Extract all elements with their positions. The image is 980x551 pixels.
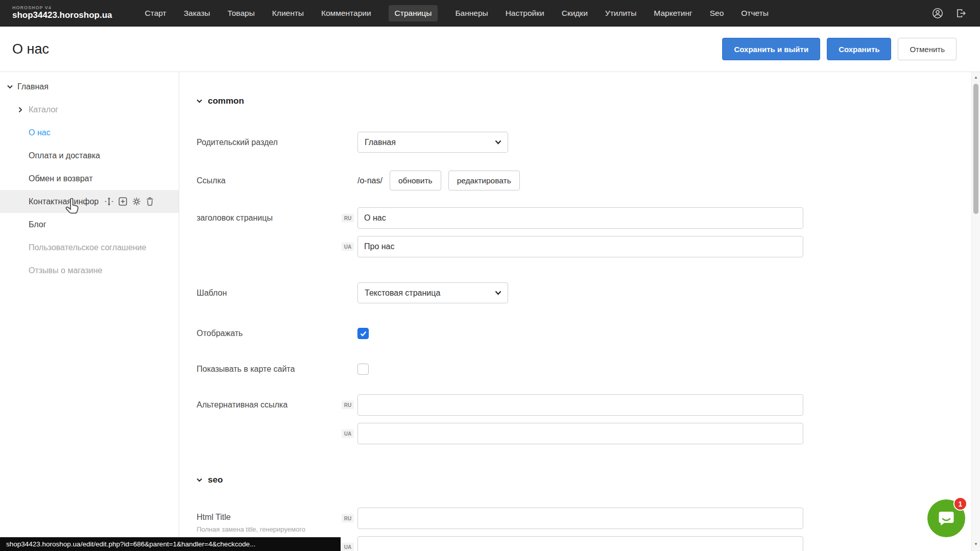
chevron-down-icon — [495, 291, 501, 295]
html-title-ru-input[interactable] — [357, 508, 803, 529]
link-path: /o-nas/ — [357, 176, 383, 185]
drag-move-icon[interactable] — [105, 197, 113, 206]
field-visible: Отображать — [197, 328, 980, 339]
html-title-ua-input[interactable] — [357, 536, 803, 551]
sitemap-label: Показывать в карте сайта — [197, 365, 357, 374]
field-page-title: заголовок страницы RU UA — [197, 207, 980, 257]
tree-item-otzyvy-o-magazine[interactable]: Отзывы о магазине — [0, 259, 179, 282]
menu-item-reports[interactable]: Отчеты — [741, 5, 769, 21]
html-title-label: Html Title — [197, 513, 351, 522]
page-title-label: заголовок страницы — [197, 207, 357, 229]
field-parent-section: Родительский раздел Главная — [197, 132, 980, 153]
parent-section-select[interactable]: Главная — [357, 132, 508, 153]
save-button[interactable]: Сохранить — [827, 38, 891, 60]
page-edit-form: common Родительский раздел Главная Ссылк… — [179, 72, 980, 551]
menu-item-orders[interactable]: Заказы — [184, 5, 210, 21]
tree-item-katalog[interactable]: Каталог — [0, 98, 179, 121]
tree-item-oplata-i-dostavka[interactable]: Оплата и доставка — [0, 144, 179, 167]
section-seo-header[interactable]: seo — [197, 474, 980, 486]
main-menu: Старт Заказы Товары Клиенты Комментарии … — [145, 5, 769, 21]
page-title-ua-input[interactable] — [357, 236, 803, 257]
scroll-down-arrow-icon[interactable]: ▼ — [972, 541, 980, 548]
menu-item-start[interactable]: Старт — [145, 5, 166, 21]
template-value: Текстовая страница — [365, 289, 440, 298]
tree-item-label: Блог — [29, 220, 46, 229]
logout-icon[interactable] — [955, 8, 967, 19]
tree-item-o-nas[interactable]: О нас — [0, 121, 179, 144]
tree-item-label: Главная — [17, 82, 49, 91]
visible-checkbox[interactable] — [357, 328, 369, 339]
tree-item-obmen-i-vozvrat[interactable]: Обмен и возврат — [0, 167, 179, 190]
chat-widget-button[interactable]: 1 — [927, 499, 965, 537]
lang-badge-ru: RU — [342, 401, 354, 410]
menu-item-marketing[interactable]: Маркетинг — [654, 5, 692, 21]
settings-gear-icon[interactable] — [132, 197, 141, 206]
chevron-down-icon — [197, 478, 202, 482]
chevron-right-icon[interactable] — [18, 107, 22, 112]
pages-tree-sidebar: Главная Каталог О нас Оплата и доставка … — [0, 72, 179, 551]
menu-item-comments[interactable]: Комментарии — [321, 5, 371, 21]
parent-section-label: Родительский раздел — [197, 138, 357, 147]
tree-item-label: Пользовательское соглашение — [29, 243, 146, 252]
scrollbar-thumb[interactable] — [973, 84, 978, 214]
tree-item-label: Обмен и возврат — [29, 174, 92, 183]
field-link: Ссылка /o-nas/ обновить редактировать — [197, 171, 980, 190]
field-alt-link: Альтернативная ссылка RU UA — [197, 394, 980, 444]
template-label: Шаблон — [197, 289, 357, 298]
tree-item-polzovatelskoe-soglashenie[interactable]: Пользовательское соглашение — [0, 236, 179, 259]
menu-item-utilities[interactable]: Утилиты — [605, 5, 637, 21]
vertical-scrollbar: ▲ ▼ — [971, 72, 980, 551]
parent-section-value: Главная — [365, 138, 396, 147]
lang-badge-ua: UA — [342, 429, 354, 438]
link-refresh-button[interactable]: обновить — [390, 171, 441, 190]
menu-item-clients[interactable]: Клиенты — [272, 5, 304, 21]
scroll-up-arrow-icon[interactable]: ▲ — [972, 74, 980, 81]
menu-item-settings[interactable]: Настройки — [506, 5, 544, 21]
alt-link-label: Альтернативная ссылка — [197, 394, 357, 416]
horoshop-admin-page: HOROSHOP V4 shop34423.horoshop.ua Старт … — [0, 0, 980, 551]
alt-link-ua-input[interactable] — [357, 423, 803, 444]
checkmark-icon — [360, 331, 367, 337]
tree-item-blog[interactable]: Блог — [0, 213, 179, 236]
save-and-exit-button[interactable]: Сохранить и выйти — [722, 38, 820, 60]
section-seo-label: seo — [208, 475, 223, 485]
visible-label: Отображать — [197, 329, 357, 338]
tree-item-glavnaya[interactable]: Главная — [0, 75, 179, 98]
tree-item-label: Контактная инфор — [29, 197, 99, 206]
lang-badge-ru: RU — [342, 514, 354, 523]
chat-bubble-icon — [937, 509, 955, 528]
lang-badge-ru: RU — [342, 214, 354, 223]
brand-logo[interactable]: HOROSHOP V4 shop34423.horoshop.ua — [12, 6, 112, 20]
template-select[interactable]: Текстовая страница — [357, 282, 508, 303]
menu-item-pages[interactable]: Страницы — [389, 5, 438, 21]
menu-item-products[interactable]: Товары — [227, 5, 254, 21]
page-title-ru-input[interactable] — [357, 207, 803, 229]
tree-item-label: Каталог — [29, 105, 58, 114]
page-header: О нас Сохранить и выйти Сохранить Отмени… — [0, 27, 980, 72]
link-edit-button[interactable]: редактировать — [448, 171, 520, 190]
menu-item-banners[interactable]: Баннеры — [455, 5, 488, 21]
tree-item-label: О нас — [29, 128, 51, 137]
cancel-button[interactable]: Отменить — [898, 38, 957, 60]
field-template: Шаблон Текстовая страница — [197, 282, 980, 303]
account-icon[interactable] — [932, 8, 943, 19]
delete-trash-icon[interactable] — [146, 197, 154, 206]
menu-item-seo[interactable]: Seo — [710, 5, 724, 21]
sitemap-checkbox[interactable] — [357, 364, 369, 375]
chevron-down-icon — [495, 140, 501, 145]
chat-unread-badge: 1 — [953, 497, 967, 511]
chevron-down-icon[interactable] — [7, 85, 13, 89]
lang-badge-ua: UA — [342, 543, 354, 551]
html-title-hint: Полная замена title, генерируемого — [197, 525, 351, 534]
field-sitemap: Показывать в карте сайта — [197, 364, 980, 375]
section-common-label: common — [208, 96, 244, 106]
menu-item-discounts[interactable]: Скидки — [562, 5, 588, 21]
tree-item-label: Отзывы о магазине — [29, 266, 103, 275]
tree-item-kontaktnaya-infor[interactable]: Контактная инфор — [0, 190, 179, 213]
page-title: О нас — [12, 41, 49, 57]
alt-link-ru-input[interactable] — [357, 394, 803, 416]
section-common-header[interactable]: common — [197, 95, 980, 107]
tree-item-label: Оплата и доставка — [29, 151, 100, 160]
add-page-icon[interactable] — [118, 197, 127, 206]
link-label: Ссылка — [197, 176, 357, 185]
